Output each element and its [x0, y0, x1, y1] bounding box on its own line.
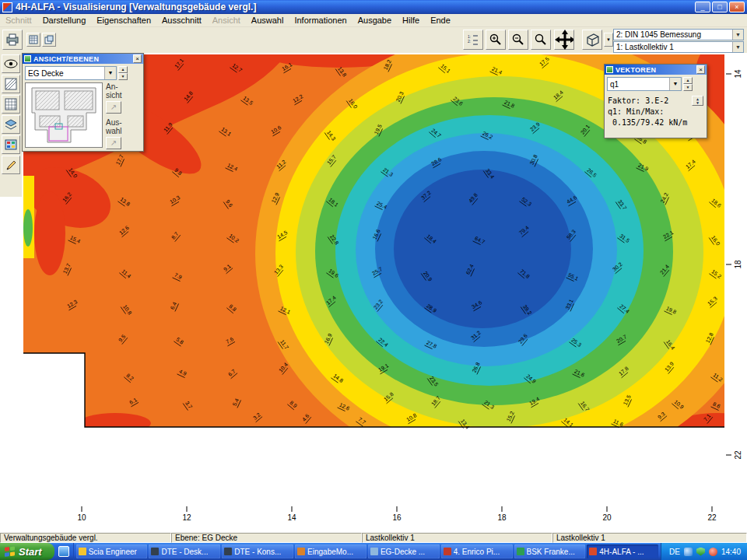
- restore-button[interactable]: □: [712, 2, 728, 12]
- chevron-down-icon[interactable]: ▼: [104, 67, 116, 79]
- vektoren-panel: VEKTOREN × q1 ▼ ▲ ▼ Faktor: 3.E-2 ▲▼ q1:…: [604, 64, 707, 138]
- printer-icon[interactable]: [2, 30, 23, 50]
- menu-item-eigenschaften[interactable]: Eigenschaften: [91, 14, 156, 26]
- zoom-window-icon[interactable]: [531, 30, 551, 50]
- ansicht-panel-title: ANSICHT/EBENEN: [33, 55, 133, 63]
- spinner-up-icon[interactable]: ▲: [118, 66, 128, 73]
- y-axis-tick-label: 22: [734, 450, 742, 460]
- table-icon[interactable]: [26, 33, 40, 47]
- alert-icon[interactable]: [709, 548, 717, 556]
- keyboard-language-badge[interactable]: DE: [669, 548, 680, 556]
- minimize-button[interactable]: _: [695, 2, 710, 12]
- svg-text:2:: 2:: [468, 39, 471, 44]
- quick-launch: [54, 543, 74, 560]
- vektoren-panel-title: VEKTOREN: [615, 66, 696, 74]
- close-icon[interactable]: ×: [696, 65, 705, 74]
- taskbar: Start Scia EngineerDTE - Desk...DTE - Ko…: [0, 543, 747, 560]
- zoom-in-icon[interactable]: [486, 30, 506, 50]
- menu-item-darstellung[interactable]: Darstellung: [37, 14, 92, 26]
- task-icon: [297, 548, 305, 555]
- cascade-icon[interactable]: [42, 33, 56, 47]
- task-buttons: Scia EngineerDTE - Desk...DTE - Kons...E…: [74, 543, 661, 560]
- spinner-up-icon[interactable]: ▲: [683, 77, 693, 84]
- load-collective-value: 1: Lastkollektiv 1: [614, 43, 732, 51]
- task-button[interactable]: DTE - Desk...: [149, 544, 220, 558]
- status-segment-3: Lastkollektiv 1: [552, 533, 747, 543]
- palette-icon[interactable]: [2, 135, 20, 154]
- view-3d-icon[interactable]: [582, 30, 602, 50]
- task-icon: [517, 548, 524, 555]
- chevron-down-icon[interactable]: ▼: [669, 78, 681, 90]
- close-icon[interactable]: ×: [133, 54, 142, 63]
- ansicht-panel-titlebar[interactable]: ANSICHT/EBENEN ×: [23, 54, 143, 64]
- vector-spinner: ▲ ▼: [683, 77, 693, 91]
- task-icon: [224, 548, 232, 555]
- design-code-value: 2: DIN 1045 Bemessung: [614, 30, 732, 39]
- chevron-down-icon[interactable]: ▼: [732, 30, 743, 40]
- task-button[interactable]: DTE - Kons...: [222, 544, 293, 558]
- vector-quantity-value: q1: [608, 80, 669, 89]
- pen-icon[interactable]: [2, 156, 20, 174]
- clock: 14:40: [721, 548, 741, 556]
- status-segment-2: Lastkollektiv 1: [362, 533, 552, 543]
- numbering-icon[interactable]: 1:2:: [463, 30, 483, 50]
- y-axis-tick-label: 14: [734, 69, 742, 79]
- menu-item-ausschnitt[interactable]: Ausschnitt: [156, 14, 207, 26]
- spinner-down-icon[interactable]: ▼: [118, 73, 128, 80]
- menu-item-ausgabe[interactable]: Ausgabe: [352, 14, 397, 26]
- spinner-down-icon[interactable]: ▼: [683, 84, 693, 91]
- task-label: DTE - Kons...: [234, 548, 281, 556]
- hatch-icon[interactable]: [2, 75, 20, 93]
- task-label: EG-Decke ...: [381, 548, 425, 556]
- eye-icon[interactable]: [2, 54, 20, 73]
- apply-selection-button[interactable]: ↗: [106, 137, 121, 149]
- ansicht-ebenen-panel: ANSICHT/EBENEN × EG Decke ▼ ▲ ▼: [22, 53, 144, 152]
- grid-icon[interactable]: [2, 95, 20, 114]
- pan-icon[interactable]: [554, 30, 574, 50]
- design-code-combobox[interactable]: 2: DIN 1045 Bemessung ▼: [613, 29, 744, 40]
- chevron-down-icon[interactable]: ▼: [732, 42, 743, 52]
- apply-view-button[interactable]: ↗: [106, 101, 121, 114]
- task-button[interactable]: Scia Engineer: [76, 544, 148, 558]
- view-label-line2: sicht: [106, 91, 137, 100]
- view-dropdown-arrow-icon[interactable]: ▼: [604, 33, 613, 47]
- menu-item-schnitt: Schnitt: [0, 14, 37, 26]
- task-icon: [151, 548, 159, 555]
- zoom-out-icon[interactable]: [508, 30, 528, 50]
- task-icon: [370, 548, 378, 555]
- quicklaunch-icon[interactable]: [58, 546, 69, 557]
- menu-item-informationen[interactable]: Informationen: [289, 14, 352, 26]
- task-label: EingabeMo...: [307, 548, 353, 556]
- security-shield-icon[interactable]: [696, 548, 705, 556]
- level-plan-thumbnail: [25, 82, 103, 148]
- select-label-line1: Aus-: [106, 118, 137, 127]
- close-button[interactable]: ×: [729, 2, 745, 12]
- menu-item-ende[interactable]: Ende: [425, 14, 456, 26]
- start-button[interactable]: Start: [0, 543, 54, 560]
- menu-item-auswahl[interactable]: Auswahl: [246, 14, 289, 26]
- task-button[interactable]: EingabeMo...: [295, 544, 366, 558]
- load-collective-combobox[interactable]: 1: Lastkollektiv 1 ▼: [613, 41, 744, 53]
- task-button[interactable]: 4. Enrico Pi...: [441, 544, 513, 558]
- x-axis-tick-label: 12: [182, 513, 191, 522]
- task-label: 4H-ALFA - ...: [599, 548, 644, 556]
- task-button[interactable]: EG-Decke ...: [368, 544, 440, 558]
- menu-item-hilfe[interactable]: Hilfe: [397, 14, 425, 26]
- select-label-line2: wahl: [106, 127, 137, 135]
- factor-stepper[interactable]: ▲▼: [692, 96, 703, 106]
- view-label-line1: An-: [106, 82, 137, 91]
- task-icon: [444, 548, 451, 555]
- task-button[interactable]: 4H-ALFA - ...: [587, 544, 658, 558]
- vektoren-panel-titlebar[interactable]: VEKTOREN ×: [605, 65, 707, 75]
- task-icon: [79, 548, 86, 555]
- task-button[interactable]: BSK Franke...: [514, 544, 586, 558]
- vector-quantity-combobox[interactable]: q1 ▼: [607, 77, 682, 91]
- panel-icon: [606, 66, 613, 73]
- level-combobox[interactable]: EG Decke ▼: [25, 66, 117, 80]
- level-value: EG Decke: [26, 69, 104, 78]
- x-axis-tick-label: 10: [77, 513, 86, 522]
- display-icon[interactable]: [684, 548, 693, 556]
- layers-icon[interactable]: [2, 115, 20, 134]
- level-spinner: ▲ ▼: [118, 66, 128, 80]
- status-segment-0: Verwaltungsgebäude vergl.: [0, 533, 171, 543]
